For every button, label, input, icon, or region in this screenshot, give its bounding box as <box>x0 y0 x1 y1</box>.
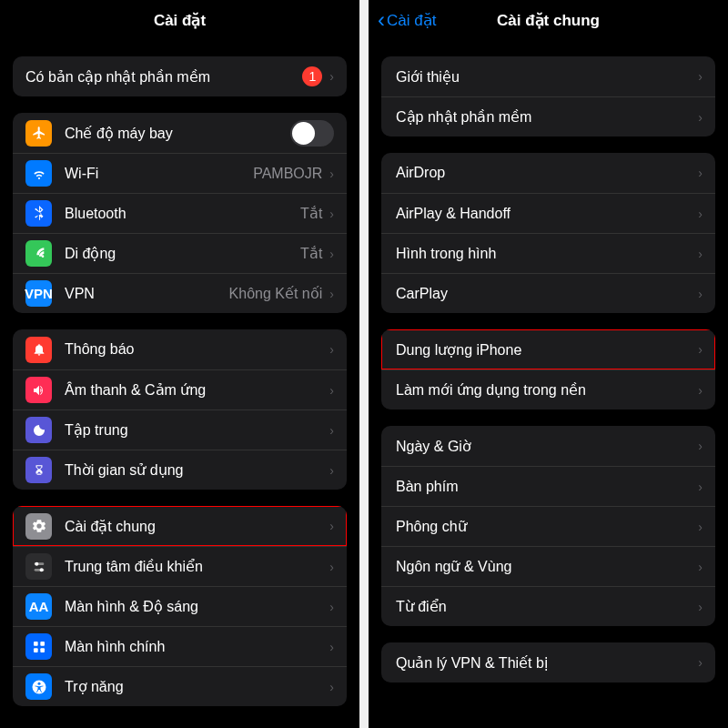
header: ‹ Cài đặt Cài đặt chung <box>369 0 728 40</box>
chevron-right-icon: › <box>698 342 703 357</box>
sound-label: Âm thanh & Cảm ứng <box>65 381 329 399</box>
airdrop-row[interactable]: AirDrop › <box>381 153 715 193</box>
focus-label: Tập trung <box>65 421 329 439</box>
dictionary-label: Từ điển <box>396 598 698 615</box>
wifi-icon <box>25 160 52 187</box>
wifi-value: PAMBOJR <box>253 166 322 182</box>
language-row[interactable]: Ngôn ngữ & Vùng › <box>381 546 715 586</box>
vpn-device-row[interactable]: Quản lý VPN & Thiết bị › <box>381 642 715 682</box>
about-group: Giới thiệu › Cập nhật phần mềm › <box>381 56 715 136</box>
locale-group: Ngày & Giờ › Bàn phím › Phông chữ › Ngôn… <box>381 426 715 626</box>
svg-rect-6 <box>34 648 38 652</box>
chevron-right-icon: › <box>329 600 334 614</box>
header: Cài đặt <box>0 0 359 40</box>
screentime-label: Thời gian sử dụng <box>65 461 329 479</box>
accessibility-label: Trợ năng <box>65 678 329 695</box>
svg-point-1 <box>35 561 38 565</box>
chevron-right-icon: › <box>698 69 703 84</box>
cellular-icon <box>25 240 52 267</box>
airplay-row[interactable]: AirPlay & Handoff › <box>381 193 715 233</box>
general-row[interactable]: Cài đặt chung › <box>13 506 347 546</box>
bluetooth-row[interactable]: Bluetooth Tắt › <box>13 193 347 233</box>
control-center-row[interactable]: Trung tâm điều khiển › <box>13 546 347 586</box>
airplane-icon <box>25 120 52 147</box>
carplay-row[interactable]: CarPlay › <box>381 273 715 313</box>
home-screen-row[interactable]: Màn hình chính › <box>13 626 347 666</box>
wifi-label: Wi-Fi <box>65 166 253 182</box>
chevron-right-icon: › <box>329 207 334 221</box>
accessibility-icon <box>25 673 52 700</box>
software-update-row[interactable]: Cập nhật phần mềm › <box>381 96 715 136</box>
chevron-right-icon: › <box>698 655 703 670</box>
chevron-right-icon: › <box>698 383 703 398</box>
language-label: Ngôn ngữ & Vùng <box>396 558 698 575</box>
chevron-right-icon: › <box>329 167 334 181</box>
bluetooth-label: Bluetooth <box>65 206 300 222</box>
update-badge: 1 <box>302 66 322 86</box>
sliders-icon <box>25 553 52 580</box>
chevron-right-icon: › <box>329 69 334 84</box>
cellular-row[interactable]: Di động Tắt › <box>13 233 347 273</box>
background-refresh-row[interactable]: Làm mới ứng dụng trong nền › <box>381 369 715 410</box>
chevron-right-icon: › <box>698 166 703 180</box>
vpn-device-group: Quản lý VPN & Thiết bị › <box>381 642 715 682</box>
vpn-row[interactable]: VPN VPN Không Kết nối › <box>13 273 347 313</box>
fonts-row[interactable]: Phông chữ › <box>381 506 715 546</box>
iphone-storage-row[interactable]: Dung lượng iPhone › <box>381 329 715 369</box>
vpn-device-label: Quản lý VPN & Thiết bị <box>396 654 698 672</box>
chevron-right-icon: › <box>698 110 703 125</box>
chevron-right-icon: › <box>329 423 334 438</box>
back-button[interactable]: ‹ Cài đặt <box>378 9 436 31</box>
airplane-toggle[interactable] <box>290 120 334 147</box>
gear-icon <box>25 513 52 540</box>
chevron-right-icon: › <box>329 342 334 357</box>
datetime-row[interactable]: Ngày & Giờ › <box>381 426 715 466</box>
general-screen: ‹ Cài đặt Cài đặt chung Giới thiệu › Cập… <box>369 0 728 728</box>
chevron-left-icon: ‹ <box>378 9 385 31</box>
fonts-label: Phông chữ <box>396 518 698 535</box>
focus-row[interactable]: Tập trung › <box>13 410 347 450</box>
airplane-mode-row[interactable]: Chế độ máy bay <box>13 113 347 153</box>
notifications-row[interactable]: Thông báo › <box>13 329 347 369</box>
speaker-icon <box>25 377 52 403</box>
vpn-icon: VPN <box>25 280 52 307</box>
cellular-label: Di động <box>65 245 300 262</box>
pip-row[interactable]: Hình trong hình › <box>381 233 715 273</box>
software-update-row[interactable]: Có bản cập nhật phần mềm 1 › <box>13 56 347 96</box>
accessibility-row[interactable]: Trợ năng › <box>13 666 347 706</box>
text-size-icon: AA <box>25 593 52 620</box>
moon-icon <box>25 417 52 443</box>
chevron-right-icon: › <box>698 207 703 221</box>
about-row[interactable]: Giới thiệu › <box>381 56 715 96</box>
wifi-row[interactable]: Wi-Fi PAMBOJR › <box>13 153 347 193</box>
system-group-1: Thông báo › Âm thanh & Cảm ứng › Tập tru… <box>13 329 347 490</box>
home-screen-label: Màn hình chính <box>65 639 329 655</box>
dictionary-row[interactable]: Từ điển › <box>381 586 715 626</box>
chevron-right-icon: › <box>329 519 334 533</box>
display-row[interactable]: AA Màn hình & Độ sáng › <box>13 586 347 626</box>
settings-screen: Cài đặt Có bản cập nhật phần mềm 1 › Chế… <box>0 0 359 728</box>
airplane-label: Chế độ máy bay <box>65 125 290 142</box>
screentime-row[interactable]: Thời gian sử dụng › <box>13 450 347 490</box>
airplay-label: AirPlay & Handoff <box>396 206 698 222</box>
software-update-label: Cập nhật phần mềm <box>396 108 698 126</box>
keyboard-row[interactable]: Bàn phím › <box>381 466 715 506</box>
back-label: Cài đặt <box>387 11 436 30</box>
svg-point-9 <box>37 682 40 684</box>
vpn-label: VPN <box>65 286 229 302</box>
general-label: Cài đặt chung <box>65 518 329 535</box>
grid-icon <box>25 633 52 660</box>
chevron-right-icon: › <box>698 480 703 494</box>
notifications-label: Thông báo <box>65 341 329 358</box>
chevron-right-icon: › <box>329 247 334 261</box>
storage-group: Dung lượng iPhone › Làm mới ứng dụng tro… <box>381 329 715 410</box>
background-refresh-label: Làm mới ứng dụng trong nền <box>396 381 698 399</box>
svg-rect-7 <box>40 648 45 652</box>
connectivity-group: Chế độ máy bay Wi-Fi PAMBOJR › Bluetooth… <box>13 113 347 313</box>
sound-row[interactable]: Âm thanh & Cảm ứng › <box>13 369 347 410</box>
software-update-group: Có bản cập nhật phần mềm 1 › <box>13 56 347 96</box>
iphone-storage-label: Dung lượng iPhone <box>396 341 698 359</box>
chevron-right-icon: › <box>698 520 703 534</box>
chevron-right-icon: › <box>329 560 334 574</box>
airplay-group: AirDrop › AirPlay & Handoff › Hình trong… <box>381 153 715 313</box>
